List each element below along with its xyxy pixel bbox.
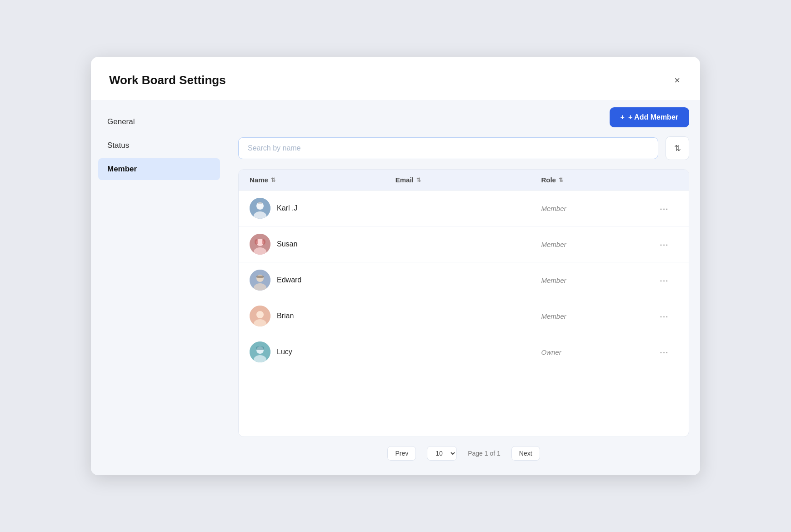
svg-rect-12 <box>256 276 264 278</box>
more-options-button[interactable]: ··· <box>651 309 678 323</box>
add-member-button[interactable]: + + Add Member <box>610 107 689 127</box>
member-name: Brian <box>277 312 294 320</box>
table-row: Lucy Owner ··· <box>239 334 689 370</box>
page-info: Page 1 of 1 <box>468 450 501 457</box>
member-name: Lucy <box>277 348 292 356</box>
table-row: Brian Member ··· <box>239 298 689 334</box>
svg-point-14 <box>256 311 264 318</box>
more-options-button[interactable]: ··· <box>651 201 678 216</box>
member-name-cell: Edward <box>250 270 396 291</box>
pagination-row: Prev 10 20 50 Page 1 of 1 Next <box>238 437 689 464</box>
sidebar: General Status Member <box>91 100 227 475</box>
member-role: Member <box>541 312 651 320</box>
member-name-cell: Karl .J <box>250 198 396 219</box>
member-name: Edward <box>277 276 301 284</box>
svg-point-7 <box>255 239 258 245</box>
plus-icon: + <box>621 113 625 121</box>
main-content: + + Add Member ⇅ Name ⇅ <box>227 100 700 475</box>
member-name-cell: Susan <box>250 234 396 255</box>
col-email: Email ⇅ <box>396 176 541 184</box>
more-options-button[interactable]: ··· <box>651 273 678 287</box>
members-table: Name ⇅ Email ⇅ Role ⇅ <box>238 169 689 437</box>
sort-name-icon[interactable]: ⇅ <box>271 177 275 183</box>
page-size-select[interactable]: 10 20 50 <box>427 446 457 461</box>
avatar <box>250 306 270 326</box>
more-options-button[interactable]: ··· <box>651 237 678 251</box>
next-page-button[interactable]: Next <box>511 446 540 461</box>
table-header: Name ⇅ Email ⇅ Role ⇅ <box>239 170 689 191</box>
sidebar-item-general[interactable]: General <box>98 111 220 133</box>
table-rows: Karl .J Member ··· Susan Member ··· <box>239 191 689 370</box>
col-name: Name ⇅ <box>250 176 396 184</box>
svg-rect-3 <box>258 202 262 204</box>
table-row: Susan Member ··· <box>239 226 689 262</box>
filter-icon: ⇅ <box>674 143 681 153</box>
avatar <box>250 234 270 255</box>
search-filter-row: ⇅ <box>238 136 689 160</box>
search-input-wrap <box>238 137 658 159</box>
modal-body: General Status Member + + Add Member <box>91 100 700 475</box>
member-name: Susan <box>277 240 297 248</box>
sort-role-icon[interactable]: ⇅ <box>559 177 563 183</box>
member-name-cell: Brian <box>250 306 396 326</box>
svg-rect-19 <box>256 346 264 350</box>
prev-page-button[interactable]: Prev <box>387 446 416 461</box>
member-name-cell: Lucy <box>250 341 396 362</box>
more-options-button[interactable]: ··· <box>651 345 678 359</box>
sort-email-icon[interactable]: ⇅ <box>416 177 421 183</box>
member-role: Member <box>541 241 651 248</box>
filter-button[interactable]: ⇅ <box>666 136 689 160</box>
table-row: Karl .J Member ··· <box>239 191 689 226</box>
member-role: Member <box>541 205 651 212</box>
top-bar: + + Add Member <box>238 100 689 136</box>
add-member-label: + Add Member <box>628 113 678 121</box>
search-input[interactable] <box>238 137 658 159</box>
member-role: Member <box>541 276 651 284</box>
svg-point-8 <box>262 239 265 245</box>
avatar <box>250 341 270 362</box>
col-role: Role ⇅ <box>541 176 651 184</box>
sidebar-item-member[interactable]: Member <box>98 158 220 180</box>
avatar <box>250 270 270 291</box>
member-role: Owner <box>541 348 651 356</box>
table-row: Edward Member ··· <box>239 262 689 298</box>
member-name: Karl .J <box>277 204 297 212</box>
close-button[interactable]: × <box>672 74 682 87</box>
avatar <box>250 198 270 219</box>
modal-header: Work Board Settings × <box>91 73 700 100</box>
settings-modal: Work Board Settings × General Status Mem… <box>91 57 700 475</box>
modal-title: Work Board Settings <box>109 73 226 87</box>
sidebar-item-status[interactable]: Status <box>98 135 220 156</box>
